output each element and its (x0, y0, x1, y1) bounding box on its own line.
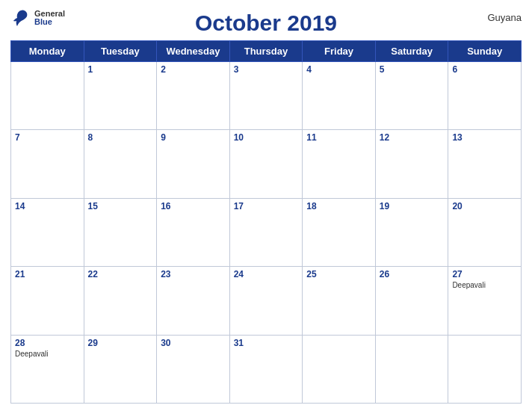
day-number: 0 (380, 338, 445, 348)
logo-bird-icon (10, 7, 31, 28)
logo-blue: Blue (34, 18, 65, 26)
day-number: 18 (306, 201, 371, 211)
calendar-cell-w3-d2: 15 (84, 198, 157, 266)
day-number: 3 (234, 64, 299, 75)
day-number: 21 (15, 269, 80, 279)
calendar-cell-w1-d5: 4 (303, 62, 376, 130)
day-number: 25 (306, 269, 371, 279)
calendar-cell-w2-d7: 13 (448, 130, 522, 198)
calendar-table: Monday Tuesday Wednesday Thursday Friday… (10, 40, 522, 404)
day-number: 2 (161, 64, 226, 75)
calendar-cell-w5-d2: 29 (84, 335, 157, 403)
calendar-cell-w3-d3: 16 (157, 198, 230, 266)
header-tuesday: Tuesday (84, 41, 157, 62)
week-row-1: 0123456 (11, 62, 522, 130)
event-label: Deepavali (15, 350, 80, 358)
day-number: 30 (161, 338, 226, 348)
calendar-cell-w2-d2: 8 (84, 130, 157, 198)
day-number: 28 (15, 338, 80, 348)
header-saturday: Saturday (375, 41, 448, 62)
day-number: 0 (452, 338, 517, 348)
calendar-header: General Blue October 2019 Guyana (10, 7, 522, 36)
day-number: 22 (88, 269, 153, 279)
calendar-cell-w5-d1: 28Deepavali (11, 335, 84, 403)
calendar-cell-w2-d6: 12 (375, 130, 448, 198)
calendar-cell-w2-d1: 7 (11, 130, 84, 198)
header-friday: Friday (303, 41, 376, 62)
calendar-cell-w3-d1: 14 (11, 198, 84, 266)
logo: General Blue (10, 7, 65, 28)
day-number: 23 (161, 269, 226, 279)
calendar-cell-w3-d5: 18 (303, 198, 376, 266)
day-number: 0 (306, 338, 371, 348)
weekday-header-row: Monday Tuesday Wednesday Thursday Friday… (11, 41, 522, 62)
day-number: 6 (452, 64, 517, 75)
calendar-cell-w1-d1: 0 (11, 62, 84, 130)
day-number: 20 (452, 201, 517, 211)
day-number: 9 (161, 132, 226, 143)
calendar-cell-w5-d3: 30 (157, 335, 230, 403)
calendar-title: October 2019 (195, 10, 337, 36)
calendar-cell-w3-d6: 19 (375, 198, 448, 266)
day-number: 0 (15, 64, 80, 75)
calendar-body: 0123456789101112131415161718192021222324… (11, 62, 522, 404)
day-number: 16 (161, 201, 226, 211)
calendar-cell-w5-d5: 0 (303, 335, 376, 403)
day-number: 7 (15, 132, 80, 143)
day-number: 15 (88, 201, 153, 211)
calendar-cell-w5-d6: 0 (375, 335, 448, 403)
day-number: 13 (452, 132, 517, 143)
header-monday: Monday (11, 41, 84, 62)
calendar-cell-w5-d4: 31 (229, 335, 303, 403)
day-number: 12 (380, 132, 445, 143)
event-label: Deepavali (452, 281, 517, 289)
calendar-cell-w2-d3: 9 (157, 130, 230, 198)
calendar-cell-w4-d5: 25 (303, 267, 376, 335)
calendar-cell-w4-d3: 23 (157, 267, 230, 335)
calendar-cell-w5-d7: 0 (448, 335, 522, 403)
calendar-cell-w1-d6: 5 (375, 62, 448, 130)
week-row-3: 14151617181920 (11, 198, 522, 266)
day-number: 14 (15, 201, 80, 211)
header-thursday: Thursday (229, 41, 303, 62)
calendar-cell-w4-d2: 22 (84, 267, 157, 335)
calendar-cell-w3-d4: 17 (229, 198, 303, 266)
week-row-5: 28Deepavali293031000 (11, 335, 522, 403)
day-number: 29 (88, 338, 153, 348)
day-number: 19 (380, 201, 445, 211)
day-number: 27 (452, 269, 517, 279)
country-label: Guyana (487, 12, 522, 23)
calendar-wrapper: General Blue October 2019 Guyana Monday … (0, 0, 532, 411)
day-number: 11 (306, 132, 371, 143)
logo-text: General Blue (34, 10, 65, 26)
calendar-cell-w2-d5: 11 (303, 130, 376, 198)
calendar-cell-w3-d7: 20 (448, 198, 522, 266)
calendar-cell-w1-d2: 1 (84, 62, 157, 130)
day-number: 26 (380, 269, 445, 279)
day-number: 17 (234, 201, 299, 211)
calendar-cell-w2-d4: 10 (229, 130, 303, 198)
day-number: 1 (88, 64, 153, 75)
day-number: 24 (234, 269, 299, 279)
calendar-cell-w4-d1: 21 (11, 267, 84, 335)
calendar-cell-w4-d4: 24 (229, 267, 303, 335)
week-row-4: 21222324252627Deepavali (11, 267, 522, 335)
day-number: 4 (306, 64, 371, 75)
header-wednesday: Wednesday (157, 41, 230, 62)
calendar-cell-w4-d6: 26 (375, 267, 448, 335)
calendar-cell-w4-d7: 27Deepavali (448, 267, 522, 335)
header-sunday: Sunday (448, 41, 522, 62)
week-row-2: 78910111213 (11, 130, 522, 198)
calendar-cell-w1-d7: 6 (448, 62, 522, 130)
calendar-cell-w1-d4: 3 (229, 62, 303, 130)
calendar-cell-w1-d3: 2 (157, 62, 230, 130)
day-number: 31 (234, 338, 299, 348)
day-number: 10 (234, 132, 299, 143)
day-number: 5 (380, 64, 445, 75)
day-number: 8 (88, 132, 153, 143)
